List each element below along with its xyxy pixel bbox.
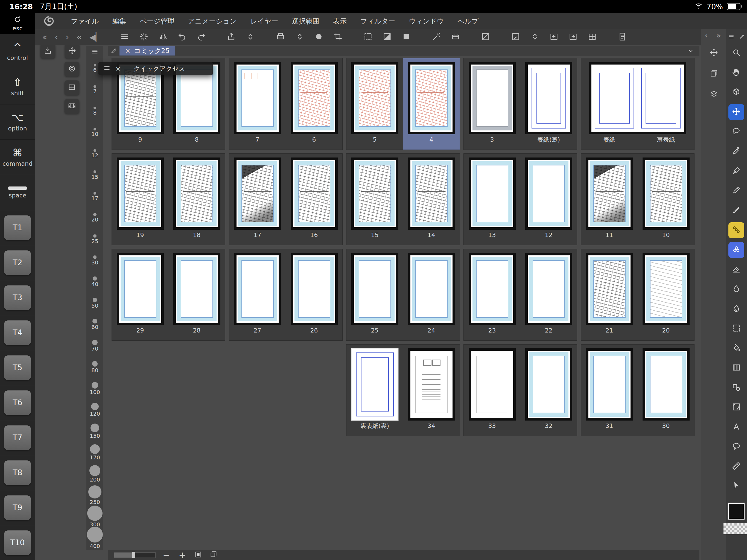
toolbar-import-button[interactable] — [272, 31, 289, 44]
quick-access-close-icon[interactable]: × — [115, 65, 121, 72]
fill-tool[interactable] — [728, 340, 744, 356]
page-thumbnail[interactable] — [117, 157, 164, 230]
page-thumbnail[interactable] — [173, 157, 221, 230]
page-thumbnail[interactable] — [291, 157, 338, 230]
rotate-canvas-tool[interactable] — [728, 84, 744, 100]
toolbar-undo-button[interactable] — [174, 31, 190, 44]
page-thumbnail[interactable] — [351, 348, 398, 421]
touch-key-t10[interactable]: T10 — [4, 531, 31, 555]
touch-key-t9[interactable]: T9 — [4, 495, 31, 520]
brush-size-item[interactable]: 150 — [90, 420, 100, 441]
page-cell[interactable]: 26 — [286, 249, 342, 340]
page-cell[interactable]: 15 — [346, 154, 403, 245]
zoom-tool[interactable] — [728, 45, 744, 61]
tone-grid-button[interactable] — [65, 80, 79, 95]
page-cell[interactable]: 22 — [520, 249, 577, 340]
modifier-key-option[interactable]: ⌥option — [0, 104, 35, 139]
hand-tool[interactable] — [728, 65, 744, 81]
panel-arrow-icon[interactable]: « — [42, 33, 47, 41]
transparent-color-swatch[interactable] — [723, 524, 747, 534]
page-cell[interactable]: 裏表紙(裏) — [346, 345, 403, 436]
brush-size-item[interactable]: 25 — [91, 228, 98, 250]
toolbar-page-document-button[interactable] — [614, 31, 631, 44]
page-thumbnail[interactable] — [291, 62, 338, 134]
page-thumbnail[interactable] — [525, 348, 572, 421]
page-thumbnail[interactable] — [586, 348, 633, 421]
brush-size-item[interactable]: 15 — [91, 164, 98, 186]
page-thumbnail[interactable] — [525, 253, 572, 325]
panel-arrow-icon[interactable]: ‹ — [55, 33, 58, 41]
zoom-in-button[interactable]: + — [177, 551, 187, 559]
menu-item-page-management[interactable]: ページ管理 — [133, 17, 181, 26]
toolbar-dock-panel-right-button[interactable] — [565, 31, 582, 44]
brush-size-item[interactable]: 120 — [90, 399, 100, 420]
brush-size-item[interactable]: 170 — [90, 441, 100, 463]
page-cell[interactable]: 4 — [403, 58, 460, 150]
touch-key-t6[interactable]: T6 — [4, 390, 31, 415]
toolbar-auto-action-button[interactable] — [428, 31, 445, 44]
page-cell[interactable]: 27 — [229, 249, 286, 340]
page-thumbnail[interactable] — [643, 157, 690, 230]
brush-size-item[interactable]: 60 — [91, 314, 98, 335]
page-cell[interactable]: 34 — [403, 345, 460, 436]
ruler-tool[interactable] — [728, 459, 744, 475]
touch-key-t2[interactable]: T2 — [4, 251, 31, 275]
brush-size-item[interactable]: 8 — [93, 100, 97, 122]
page-cell[interactable]: 24 — [403, 249, 460, 340]
toolbar-flip-view-button[interactable] — [154, 31, 172, 44]
menu-item-window[interactable]: ウィンドウ — [402, 17, 450, 26]
page-thumbnail[interactable] — [408, 253, 455, 325]
eyedropper-tool[interactable] — [728, 144, 744, 159]
brush-tool[interactable] — [728, 203, 744, 219]
toolbar-main-menu-button[interactable] — [116, 31, 133, 44]
page-thumbnail[interactable] — [234, 253, 281, 325]
page-thumbnail[interactable] — [173, 253, 221, 325]
page-thumbnail[interactable] — [408, 157, 455, 230]
zoom-slider[interactable] — [114, 552, 156, 558]
page-cell[interactable]: 32 — [520, 345, 577, 436]
pencil-icon[interactable] — [108, 47, 120, 54]
decoration-tool[interactable] — [728, 222, 744, 238]
page-thumbnail[interactable] — [525, 157, 572, 230]
zoom-slider-handle[interactable] — [132, 552, 135, 558]
page-thumbnail[interactable] — [351, 157, 398, 230]
page-thumbnail[interactable] — [525, 62, 572, 134]
brush-size-item[interactable]: 20 — [91, 207, 98, 228]
page-cell[interactable]: 21 — [581, 249, 638, 340]
page-cell[interactable]: 19 — [112, 154, 169, 245]
menu-item-animation[interactable]: アニメーション — [181, 17, 244, 26]
page-cell[interactable]: 18 — [169, 154, 225, 245]
cover-spread-cell[interactable]: 表紙裏表紙 — [581, 58, 694, 150]
page-thumbnail[interactable] — [351, 62, 398, 134]
tab-list-chevron-icon[interactable] — [687, 47, 699, 55]
brush-size-item[interactable]: 50 — [91, 292, 98, 314]
import-pages-button[interactable] — [41, 44, 55, 58]
page-cell[interactable]: 12 — [520, 154, 577, 245]
toolbar-scan-button[interactable] — [447, 31, 464, 44]
toolbar-grid-view-button[interactable] — [584, 31, 601, 44]
touch-key-t8[interactable]: T8 — [4, 460, 31, 485]
toolbar-redo-button[interactable] — [193, 31, 210, 44]
brush-size-item[interactable]: 10 — [91, 122, 98, 143]
modifier-key-shift[interactable]: ⇧shift — [0, 69, 35, 104]
page-thumbnail[interactable] — [408, 348, 455, 421]
page-cell[interactable]: 17 — [229, 154, 286, 245]
page-cell[interactable]: 28 — [169, 249, 225, 340]
page-thumbnail[interactable] — [469, 253, 516, 325]
animation-button[interactable] — [65, 99, 79, 114]
menu-item-file[interactable]: ファイル — [64, 17, 106, 26]
brush-size-item[interactable]: 250 — [88, 484, 101, 506]
toolbar-crop-button[interactable] — [330, 31, 346, 44]
page-thumbnail[interactable] — [469, 157, 516, 230]
quick-access-menu-icon[interactable] — [103, 65, 110, 73]
page-cell[interactable]: 14 — [403, 154, 460, 245]
touch-key-t4[interactable]: T4 — [4, 321, 31, 345]
pen-tool[interactable] — [728, 163, 744, 179]
toolbar-selection-fill-button[interactable] — [398, 31, 415, 44]
brush-size-item[interactable]: 40 — [91, 271, 98, 292]
menu-item-view[interactable]: 表示 — [326, 17, 354, 26]
page-thumbnail[interactable] — [234, 157, 281, 230]
page-cell[interactable]: 16 — [286, 154, 342, 245]
touch-key-t1[interactable]: T1 — [4, 215, 31, 240]
frame-border-tool[interactable] — [728, 400, 744, 415]
